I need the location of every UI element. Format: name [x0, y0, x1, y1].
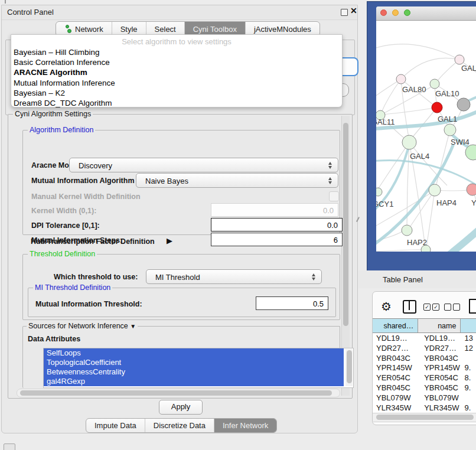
manual-kernel-checkbox[interactable]	[329, 191, 339, 201]
threshold-definition-group: Threshold Definition Which threshold to …	[22, 254, 340, 320]
column-header-shared…[interactable]: shared…	[373, 319, 418, 332]
table-row[interactable]: YBR043CYBR043C	[373, 353, 476, 363]
scrollbar-thumb[interactable]	[20, 390, 332, 396]
network-node-swi4[interactable]	[444, 124, 456, 136]
algorithm-option[interactable]: Mutual Information Inference	[14, 78, 340, 88]
table-panel-header: Table Panel	[358, 270, 476, 288]
table-horizontal-scrollbar[interactable]	[373, 413, 476, 422]
data-attributes-list[interactable]: SelfLoopsTopologicalCoefficientBetweenne…	[43, 348, 354, 388]
network-node-hap2[interactable]	[402, 225, 412, 236]
network-edge[interactable]	[381, 79, 401, 113]
threshold-definition-title: Threshold Definition	[28, 250, 97, 258]
network-edge[interactable]	[376, 249, 423, 252]
minimize-traffic-light-icon[interactable]	[392, 9, 399, 16]
algorithm-option[interactable]: Bayesian – Hill Climbing	[14, 47, 340, 57]
table-row[interactable]: YLR345WYLR345W9.	[373, 403, 476, 413]
dpi-tolerance-input[interactable]: 0.0	[211, 218, 343, 231]
gear-icon[interactable]: ⚙	[381, 299, 392, 314]
expand-arrow-icon[interactable]: ▶	[167, 236, 172, 245]
float-window-icon[interactable]	[341, 9, 348, 16]
algorithm-option[interactable]: Bayesian – K2	[14, 88, 340, 98]
table-row[interactable]: YPR145WYPR145W9.	[373, 363, 476, 373]
control-panel-titlebar: Control Panel ✕	[2, 5, 357, 20]
tab-infer-network[interactable]: Infer Network	[214, 419, 276, 432]
table-cell: YBR045C	[373, 383, 418, 393]
algorithm-option[interactable]: ARACNE Algorithm	[14, 67, 340, 77]
network-edge[interactable]	[376, 44, 459, 60]
network-node[interactable]	[421, 245, 431, 252]
network-canvas[interactable]: GALGAL80GAL10GAL1GAL11SWI4GAL4GCY1HAP4YH…	[376, 20, 476, 252]
algorithm-option[interactable]: Dream8 DC_TDC Algorithm	[14, 98, 340, 108]
network-node-gal1[interactable]	[432, 102, 442, 113]
settings-horizontal-scrollbar[interactable]	[17, 389, 340, 397]
mi-steps-input[interactable]: 6	[211, 233, 343, 246]
select-all-checkboxes-icon[interactable]: ✓✓	[423, 304, 439, 311]
minimized-panel-icon[interactable]	[4, 444, 15, 450]
algorithm-option[interactable]: Basic Correlation Inference	[14, 57, 340, 67]
table-panel-title: Table Panel	[383, 275, 423, 284]
network-edge[interactable]	[435, 60, 459, 84]
table-cell: YBL079W	[373, 393, 418, 403]
network-edge-highlighted[interactable]	[376, 160, 476, 191]
table-row[interactable]: YBL079WYBL079W	[373, 393, 476, 403]
zoom-traffic-light-icon[interactable]	[404, 9, 410, 16]
file-export-icon[interactable]	[469, 299, 476, 314]
network-node-gal[interactable]	[455, 55, 464, 64]
data-attribute-item[interactable]: BetweennessCentrality	[44, 367, 344, 377]
close-traffic-light-icon[interactable]	[380, 9, 387, 16]
table-cell: YBR045C	[418, 383, 461, 393]
sources-title[interactable]: Sources for Network Inference ▼	[27, 322, 138, 330]
hub-definition-label[interactable]: Hub/Transcription Factor Definition	[31, 237, 155, 246]
table-row[interactable]: YDL19…YDL19…13	[373, 333, 476, 343]
network-node-label: GAL80	[402, 85, 426, 94]
network-edge[interactable]	[382, 107, 437, 115]
split-columns-icon[interactable]	[403, 300, 416, 314]
data-attribute-item[interactable]: gal4RGexp	[44, 377, 344, 386]
network-edge-highlighted[interactable]	[446, 224, 476, 252]
scrollbar-thumb[interactable]	[347, 350, 352, 383]
checked-box-icon: ✓	[423, 304, 431, 311]
apply-button[interactable]: Apply	[159, 400, 203, 415]
kernel-width-input[interactable]: 0.0	[211, 203, 338, 217]
table-row[interactable]: YER054CYER054C8.	[373, 373, 476, 383]
table-row[interactable]: YBR045CYBR045C9.	[373, 383, 476, 393]
mi-threshold-input[interactable]: 0.5	[256, 296, 328, 310]
close-icon[interactable]: ✕	[350, 6, 357, 15]
table-row[interactable]: YDR27…YDR27…12	[373, 343, 476, 353]
network-edge[interactable]	[378, 142, 409, 189]
table-cell: YLR345W	[373, 403, 418, 413]
network-node[interactable]	[457, 98, 470, 111]
column-header-name[interactable]: name	[418, 319, 461, 332]
network-node-gal4[interactable]	[402, 135, 416, 149]
scrollbar-thumb[interactable]	[343, 123, 348, 326]
table-cell	[461, 393, 476, 403]
network-node-gal10[interactable]	[430, 79, 439, 89]
network-node-hap4[interactable]	[429, 184, 441, 196]
network-node-gcy1[interactable]	[376, 188, 382, 196]
network-view-frame: GALGAL80GAL10GAL1GAL11SWI4GAL4GCY1HAP4YH…	[367, 1, 476, 271]
network-node-y[interactable]	[467, 184, 476, 195]
data-attribute-item[interactable]: SelfLoops	[44, 348, 344, 358]
checked-box-icon: ✓	[432, 304, 439, 311]
stepper-arrows-icon	[312, 273, 316, 281]
tab-discretize-data[interactable]: Discretize Data	[145, 419, 214, 432]
network-node-gal80[interactable]	[396, 74, 406, 84]
which-threshold-label: Which threshold to use:	[54, 273, 138, 281]
aracne-mode-select[interactable]: Discovery	[69, 158, 338, 172]
which-threshold-select[interactable]: MI Threshold	[146, 269, 322, 284]
network-edge[interactable]	[426, 190, 435, 247]
table-cell: 9.	[461, 403, 476, 413]
tab-label: Discretize Data	[154, 421, 206, 430]
table-cell: YDR27…	[373, 343, 418, 353]
data-attribute-item[interactable]: TopologicalCoefficient	[44, 358, 344, 367]
deselect-all-checkboxes-icon[interactable]	[444, 304, 460, 311]
algorithm-dropdown-popup: Select algorithm to view settings Bayesi…	[11, 34, 343, 107]
mi-type-select[interactable]: Naive Bayes	[136, 173, 338, 188]
tab-label: Style	[120, 25, 138, 34]
algorithm-dropdown-items: Bayesian – Hill ClimbingBasic Correlatio…	[14, 47, 340, 108]
tab-impute-data[interactable]: Impute Data	[86, 419, 145, 432]
network-edge[interactable]	[401, 58, 459, 79]
scrollbar-thumb[interactable]	[376, 415, 474, 420]
column-header-col2[interactable]	[461, 319, 476, 332]
list-scrollbar[interactable]	[345, 349, 353, 386]
